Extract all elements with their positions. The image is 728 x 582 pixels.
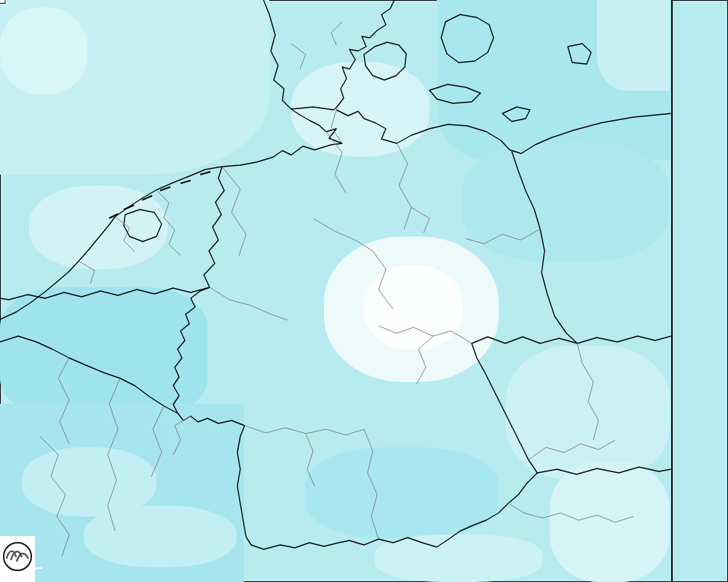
copyright-credit <box>34 567 42 569</box>
metmaps-logo <box>0 536 35 582</box>
map-borders <box>0 0 671 582</box>
legend-colorbar <box>671 0 728 582</box>
map-canvas <box>0 0 728 582</box>
map-title <box>0 0 5 4</box>
